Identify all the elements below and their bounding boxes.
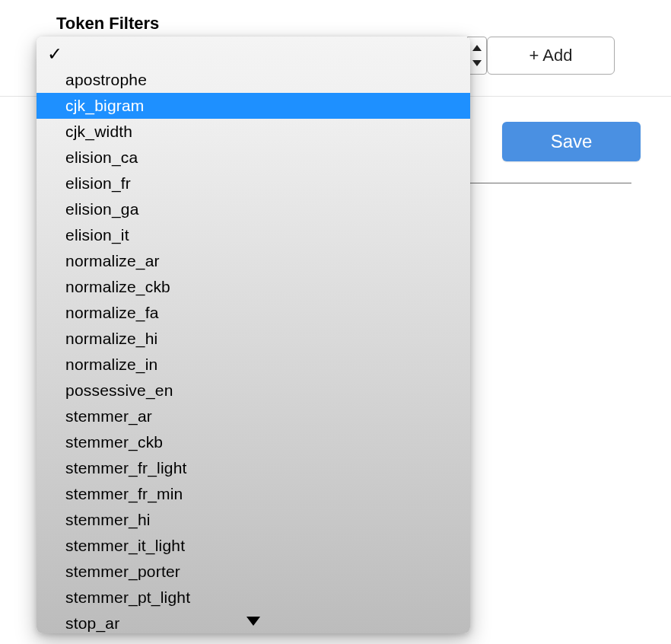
dropdown-option[interactable]: cjk_width [37, 119, 470, 145]
dropdown-option[interactable]: stemmer_hi [37, 507, 470, 533]
dropdown-option[interactable]: stemmer_ar [37, 403, 470, 429]
dropdown-option[interactable]: elision_fr [37, 171, 470, 196]
dropdown-option[interactable]: stemmer_fr_light [37, 455, 470, 481]
dropdown-option[interactable]: elision_ca [37, 145, 470, 171]
scroll-down-icon[interactable] [246, 617, 260, 626]
dropdown-option[interactable]: normalize_hi [37, 326, 470, 352]
dropdown-option[interactable]: stemmer_ckb [37, 429, 470, 455]
dropdown-option[interactable]: stemmer_porter [37, 559, 470, 585]
dropdown-option[interactable]: stemmer_fr_min [37, 481, 470, 507]
dropdown-option[interactable]: normalize_fa [37, 300, 470, 326]
dropdown-option[interactable]: apostrophe [37, 67, 470, 93]
save-button[interactable]: Save [502, 122, 641, 161]
dropdown-option[interactable]: elision_it [37, 222, 470, 248]
dropdown-option[interactable]: normalize_in [37, 352, 470, 378]
dropdown-option[interactable]: normalize_ar [37, 248, 470, 274]
dropdown-option[interactable]: elision_ga [37, 196, 470, 222]
divider [469, 183, 631, 183]
chevron-up-icon [472, 45, 482, 51]
dropdown-option[interactable]: cjk_bigram [37, 93, 470, 119]
checkmark-icon: ✓ [47, 43, 62, 65]
dropdown-option[interactable]: normalize_ckb [37, 274, 470, 300]
dropdown-option[interactable]: stemmer_it_light [37, 533, 470, 559]
dropdown-option[interactable]: possessive_en [37, 378, 470, 403]
chevron-down-icon [472, 60, 482, 66]
dropdown-options-list: apostrophecjk_bigramcjk_widthelision_cae… [37, 67, 470, 633]
token-filter-dropdown[interactable]: ✓ apostrophecjk_bigramcjk_widthelision_c… [37, 37, 470, 633]
add-button[interactable]: + Add [487, 37, 615, 75]
dropdown-option[interactable]: stemmer_pt_light [37, 585, 470, 611]
token-filters-label: Token Filters [56, 14, 159, 33]
